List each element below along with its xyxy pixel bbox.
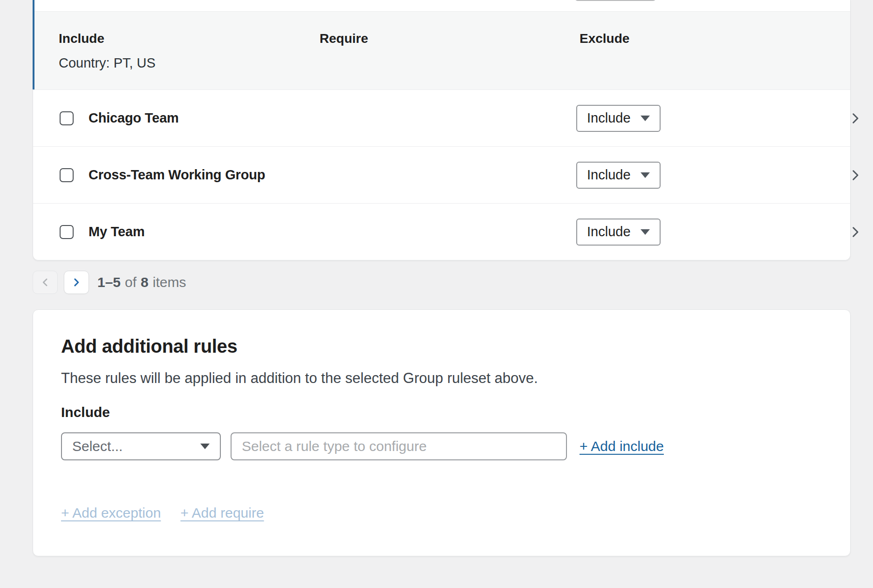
group-name: Cross-Team Working Group (89, 167, 265, 183)
chevron-right-icon[interactable] (847, 224, 863, 240)
add-additional-rules-card: Add additional rules These rules will be… (33, 309, 851, 556)
row-checkbox[interactable] (60, 225, 74, 239)
ruleset-column-exclude: Exclude (580, 12, 850, 89)
previous-page-button[interactable] (33, 271, 58, 294)
chevron-right-icon[interactable] (847, 167, 863, 183)
rules-controls-row: Select... + Add include (61, 432, 822, 460)
rules-card-description: These rules will be applied in addition … (61, 370, 822, 387)
row-checkbox[interactable] (60, 111, 74, 125)
rule-type-select-value: Select... (72, 438, 123, 454)
ruleset-include-header: Include (59, 31, 320, 46)
chevron-down-icon (641, 172, 650, 178)
next-page-button[interactable] (64, 271, 89, 294)
group-action-select[interactable]: Include (576, 105, 661, 132)
add-exception-link[interactable]: + Add exception (61, 505, 161, 521)
pagination-of-label: of (125, 274, 136, 290)
pagination: 1–5 of 8 items (33, 271, 873, 294)
group-action-select[interactable]: Include (576, 162, 661, 189)
rules-include-label: Include (61, 404, 822, 420)
group-list-card: Include Country: PT, US Require Exclude … (33, 0, 851, 260)
group-row-chicago-team[interactable]: Chicago Team Include (33, 89, 850, 146)
chevron-left-icon (38, 275, 52, 289)
rules-card-title: Add additional rules (61, 336, 822, 357)
ruleset-column-include: Include Country: PT, US (59, 12, 320, 89)
group-name: Chicago Team (89, 110, 179, 126)
selected-group-action-select-cutoff[interactable] (575, 0, 656, 1)
chevron-down-icon (200, 444, 210, 449)
ruleset-column-require: Require (320, 12, 580, 89)
selected-group-section: Include Country: PT, US Require Exclude (33, 0, 850, 89)
pagination-status: 1–5 of 8 items (97, 274, 186, 290)
secondary-rule-links: + Add exception + Add require (61, 505, 822, 521)
chevron-right-icon (69, 275, 83, 289)
pagination-items-label: items (153, 274, 186, 290)
rule-value-input[interactable] (231, 432, 567, 460)
group-action-select-value: Include (587, 167, 631, 183)
add-include-link[interactable]: + Add include (580, 438, 664, 454)
group-row-my-team[interactable]: My Team Include (33, 203, 850, 260)
ruleset-include-value: Country: PT, US (59, 55, 320, 71)
rule-type-select[interactable]: Select... (61, 432, 221, 460)
pagination-range: 1–5 (97, 274, 121, 290)
group-row-cross-team-working-group[interactable]: Cross-Team Working Group Include (33, 146, 850, 203)
group-action-select-value: Include (587, 110, 631, 126)
row-checkbox[interactable] (60, 168, 74, 182)
selected-group-row-cutoff (34, 0, 850, 11)
chevron-down-icon (641, 229, 650, 235)
ruleset-exclude-header: Exclude (580, 31, 850, 46)
ruleset-require-header: Require (320, 31, 580, 46)
chevron-down-icon (641, 116, 650, 121)
chevron-right-icon[interactable] (847, 110, 863, 126)
group-name: My Team (89, 224, 145, 239)
group-ruleset-panel: Include Country: PT, US Require Exclude (34, 11, 850, 89)
pagination-total: 8 (141, 274, 149, 290)
group-action-select[interactable]: Include (576, 219, 661, 246)
group-action-select-value: Include (587, 224, 631, 239)
add-require-link[interactable]: + Add require (180, 505, 264, 521)
